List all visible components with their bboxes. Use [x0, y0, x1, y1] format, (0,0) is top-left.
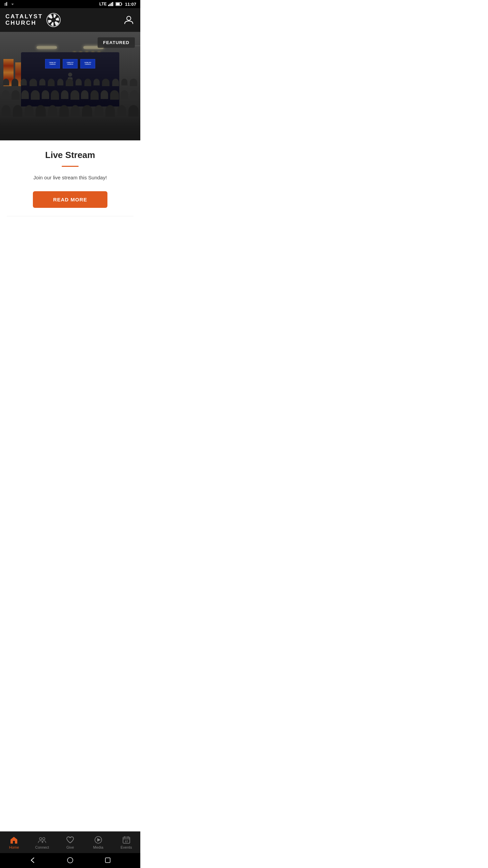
logo-container: CATALYST CHURCH — [5, 13, 61, 27]
logo-text-line2: CHURCH — [5, 20, 43, 26]
app-header: CATALYST CHURCH — [0, 8, 140, 32]
svg-point-11 — [51, 18, 56, 22]
logo-text-line1: CATALYST — [5, 14, 43, 20]
featured-image-section[interactable]: CATALYSTCHURCH CATALYSTCHURCH CATALYSTCH… — [0, 32, 140, 140]
status-right: LTE 11:07 — [99, 2, 136, 7]
profile-icon — [124, 15, 134, 24]
battery-icon — [116, 2, 122, 6]
live-stream-title: Live Stream — [7, 150, 134, 160]
status-bar: LTE 11:07 — [0, 0, 140, 8]
content-section: Live Stream Join our live stream this Su… — [0, 140, 140, 223]
content-divider — [62, 166, 79, 167]
featured-badge: FEATURED — [98, 37, 135, 48]
read-more-button[interactable]: READ MORE — [33, 191, 108, 208]
signal-icon — [108, 2, 114, 6]
catalyst-logo-icon — [46, 13, 61, 27]
svg-rect-9 — [116, 3, 120, 5]
svg-rect-6 — [112, 2, 113, 6]
svg-point-12 — [127, 16, 131, 20]
status-left — [4, 2, 15, 6]
content-description: Join our live stream this Sunday! — [7, 174, 134, 182]
svg-rect-8 — [121, 3, 122, 5]
svg-rect-5 — [111, 3, 112, 6]
time-display: 11:07 — [125, 2, 136, 7]
svg-rect-2 — [6, 2, 7, 6]
svg-rect-1 — [5, 3, 6, 6]
profile-button[interactable] — [123, 14, 135, 27]
section-separator — [7, 216, 134, 216]
svg-rect-3 — [108, 5, 109, 6]
lte-label: LTE — [99, 2, 107, 6]
svg-rect-0 — [4, 3, 5, 6]
svg-rect-4 — [109, 4, 110, 6]
wifi-icon — [10, 2, 15, 6]
notification-icon — [4, 2, 9, 6]
church-scene-image: CATALYSTCHURCH CATALYSTCHURCH CATALYSTCH… — [0, 32, 140, 140]
